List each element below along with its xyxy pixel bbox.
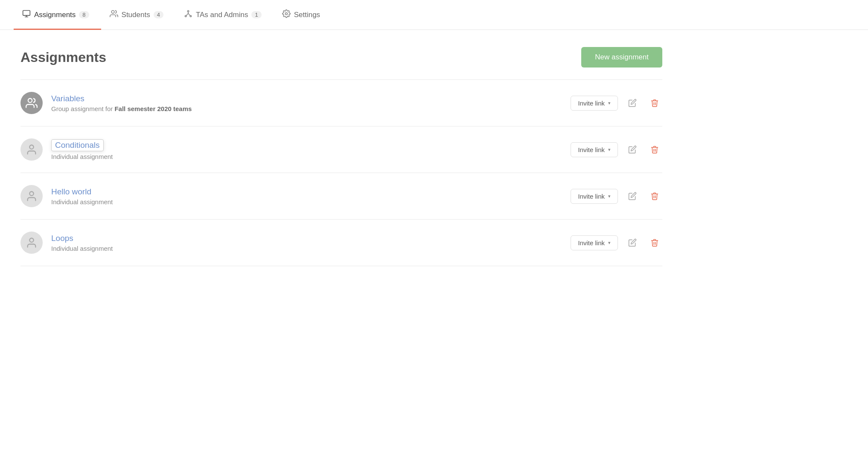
delete-button[interactable] <box>647 235 662 250</box>
invite-link-label: Invite link <box>578 100 605 107</box>
svg-point-10 <box>29 192 33 196</box>
tab-students-badge: 4 <box>154 11 163 18</box>
chevron-down-icon: ▾ <box>608 147 611 153</box>
invite-link-button[interactable]: Invite link ▾ <box>571 189 618 204</box>
invite-link-button[interactable]: Invite link ▾ <box>571 142 618 157</box>
delete-button[interactable] <box>647 142 662 157</box>
assignment-desc: Individual assignment <box>51 245 562 252</box>
tab-tas-admins[interactable]: TAs and Admins 1 <box>175 0 274 30</box>
new-assignment-button[interactable]: New assignment <box>581 47 662 67</box>
svg-point-7 <box>285 13 287 15</box>
edit-button[interactable] <box>625 188 640 204</box>
assignment-name[interactable]: Variables <box>51 94 84 103</box>
svg-point-11 <box>29 238 33 242</box>
tab-tas-admins-badge: 1 <box>251 11 261 18</box>
tab-assignments-badge: 8 <box>79 11 89 18</box>
delete-button[interactable] <box>647 95 662 111</box>
avatar <box>20 185 43 207</box>
fork-icon <box>184 9 192 20</box>
tab-students-label: Students <box>122 11 150 19</box>
tab-settings-label: Settings <box>294 11 320 19</box>
assignment-desc: Individual assignment <box>51 153 562 160</box>
tab-assignments[interactable]: Assignments 8 <box>14 0 101 30</box>
svg-point-9 <box>29 145 33 149</box>
table-row: Hello world Individual assignment Invite… <box>20 173 662 220</box>
edit-button[interactable] <box>625 142 640 157</box>
invite-link-button[interactable]: Invite link ▾ <box>571 235 618 250</box>
assignment-name[interactable]: Loops <box>51 234 73 243</box>
edit-button[interactable] <box>625 95 640 111</box>
svg-point-8 <box>28 99 32 103</box>
avatar <box>20 138 43 161</box>
table-row: Variables Group assignment for Fall seme… <box>20 80 662 126</box>
invite-link-label: Invite link <box>578 193 605 200</box>
assignment-actions: Invite link ▾ <box>571 235 662 250</box>
assignment-info: Conditionals Individual assignment <box>51 139 562 160</box>
tab-settings[interactable]: Settings <box>274 0 332 30</box>
assignment-actions: Invite link ▾ <box>571 188 662 204</box>
edit-button[interactable] <box>625 235 640 250</box>
assignment-desc: Group assignment for Fall semester 2020 … <box>51 105 562 112</box>
invite-link-label: Invite link <box>578 146 605 153</box>
svg-rect-0 <box>23 11 30 16</box>
chevron-down-icon: ▾ <box>608 194 611 199</box>
invite-link-button[interactable]: Invite link ▾ <box>571 96 618 111</box>
assignment-list: Variables Group assignment for Fall seme… <box>20 80 662 266</box>
students-icon <box>110 9 118 20</box>
svg-point-3 <box>111 11 114 14</box>
avatar <box>20 232 43 254</box>
nav-tabs: Assignments 8 Students 4 T <box>0 0 868 30</box>
tooltip-highlight: Conditionals <box>51 139 104 151</box>
assignment-info: Variables Group assignment for Fall seme… <box>51 94 562 112</box>
chevron-down-icon: ▾ <box>608 100 611 106</box>
avatar <box>20 92 43 114</box>
assignment-name[interactable]: Conditionals <box>51 141 104 150</box>
chevron-down-icon: ▾ <box>608 240 611 246</box>
assignment-info: Hello world Individual assignment <box>51 187 562 205</box>
assignment-desc: Individual assignment <box>51 198 562 205</box>
assignment-name[interactable]: Hello world <box>51 187 91 196</box>
monitor-icon <box>22 9 31 20</box>
tab-students[interactable]: Students 4 <box>101 0 175 30</box>
assignment-actions: Invite link ▾ <box>571 142 662 157</box>
invite-link-label: Invite link <box>578 239 605 247</box>
assignment-actions: Invite link ▾ <box>571 95 662 111</box>
page-title: Assignments <box>20 50 106 65</box>
table-row: Conditionals Individual assignment Invit… <box>20 126 662 173</box>
page-header: Assignments New assignment <box>20 47 662 67</box>
tab-assignments-label: Assignments <box>34 11 76 19</box>
assignment-info: Loops Individual assignment <box>51 234 562 252</box>
tab-tas-admins-label: TAs and Admins <box>196 11 248 19</box>
delete-button[interactable] <box>647 188 662 204</box>
table-row: Loops Individual assignment Invite link … <box>20 220 662 266</box>
main-content: Assignments New assignment Variables Gro… <box>0 30 683 283</box>
gear-icon <box>282 9 291 20</box>
